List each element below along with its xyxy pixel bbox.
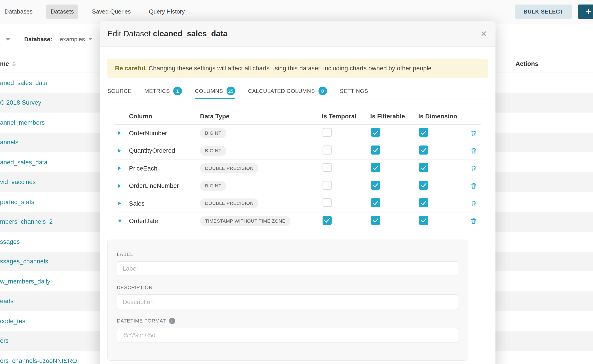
dataset-link[interactable]: C 2018 Survey <box>0 99 41 106</box>
tab-metrics[interactable]: METRICS1 <box>145 83 182 99</box>
delete-column-button[interactable] <box>465 147 481 154</box>
is-filterable-checkbox[interactable] <box>371 145 380 155</box>
is-dimension-checkbox[interactable] <box>419 216 428 225</box>
name-column-header[interactable]: me <box>0 60 16 67</box>
trash-icon <box>470 182 477 189</box>
delete-column-button[interactable] <box>465 130 481 137</box>
tab-count-badge: 0 <box>318 87 327 95</box>
caret-right-icon <box>118 149 121 153</box>
column-header: Column <box>129 113 200 120</box>
column-name: OrderNumber <box>129 130 200 137</box>
nav-tab-databases[interactable]: Databases <box>0 4 37 19</box>
data-type-pill: DOUBLE PRECISION <box>200 163 259 173</box>
bulk-select-button[interactable]: BULK SELECT <box>515 5 572 19</box>
dataset-link[interactable]: vid_vaccines <box>0 179 36 186</box>
delete-column-button[interactable] <box>465 217 481 225</box>
is-dimension-checkbox[interactable] <box>419 163 428 172</box>
screen: DatabasesDatasetsSaved QueriesQuery Hist… <box>0 0 593 364</box>
trash-icon <box>470 130 477 137</box>
dataset-link[interactable]: ssages_channels <box>0 258 48 265</box>
is-temporal-checkbox[interactable] <box>323 145 332 155</box>
dataset-link[interactable]: ers_channels-uzooNNtSRO <box>0 357 77 364</box>
is-filterable-checkbox[interactable] <box>371 216 380 225</box>
delete-column-button[interactable] <box>465 200 481 207</box>
caret-right-icon <box>118 184 121 188</box>
nav-tab-datasets[interactable]: Datasets <box>46 4 79 19</box>
data-type-header: Data Type <box>200 113 322 120</box>
is-dimension-checkbox[interactable] <box>419 145 428 155</box>
delete-column-button[interactable] <box>465 182 481 189</box>
expand-toggle[interactable] <box>114 160 129 177</box>
actions-column-header: Actions <box>515 60 538 67</box>
expand-toggle[interactable] <box>114 124 129 142</box>
modal-body: Be careful. Changing these settings will… <box>100 59 495 360</box>
nav-tab-saved-queries[interactable]: Saved Queries <box>87 4 135 19</box>
is-filterable-checkbox[interactable] <box>371 163 380 172</box>
tab-settings[interactable]: SETTINGS <box>340 83 368 99</box>
column-row: PriceEach DOUBLE PRECISION <box>114 160 481 177</box>
column-row: QuantityOrdered BIGINT <box>114 142 481 160</box>
dataset-link[interactable]: aned_sales_data <box>0 159 48 166</box>
data-type-pill: BIGINT <box>200 128 226 138</box>
dataset-link[interactable]: aned_sales_data <box>0 79 48 87</box>
name-column-header-label: me <box>0 60 9 67</box>
column-name: Sales <box>129 200 200 207</box>
warning-banner: Be careful. Changing these settings will… <box>107 59 488 78</box>
dataset-link[interactable]: w_members_daily <box>0 278 50 285</box>
is-dimension-checkbox[interactable] <box>419 198 428 207</box>
nav-tabs: DatabasesDatasetsSaved QueriesQuery Hist… <box>0 4 189 19</box>
chevron-down-icon[interactable] <box>5 38 10 41</box>
dataset-link[interactable]: mbers_channels_2 <box>0 218 53 225</box>
is-dimension-checkbox[interactable] <box>419 181 428 190</box>
delete-column-button[interactable] <box>465 165 481 172</box>
nav-tab-query-history[interactable]: Query History <box>145 4 189 19</box>
collapse-toggle[interactable] <box>114 212 129 230</box>
tab-calculated-columns[interactable]: CALCULATED COLUMNS0 <box>248 83 327 99</box>
expand-toggle[interactable] <box>114 142 129 159</box>
tab-label: METRICS <box>145 88 170 94</box>
dataset-link[interactable]: ssages <box>0 238 20 245</box>
expand-toggle[interactable] <box>114 195 129 212</box>
trash-icon <box>470 147 477 154</box>
modal-title-dataset-name: cleaned_sales_data <box>153 29 228 38</box>
is-temporal-checkbox[interactable] <box>323 198 332 207</box>
data-type-pill: BIGINT <box>200 181 226 191</box>
warning-banner-strong: Be careful. <box>115 65 147 72</box>
tab-columns[interactable]: COLUMNS25 <box>195 83 235 99</box>
expand-toggle[interactable] <box>114 177 129 195</box>
dataset-link[interactable]: annel_members <box>0 119 45 126</box>
datetime-format-label: DATETIME FORMAT <box>117 318 166 324</box>
tab-label: COLUMNS <box>195 88 223 94</box>
description-input[interactable] <box>117 294 458 309</box>
database-filter-select[interactable]: examples <box>60 36 92 42</box>
data-type-pill: DOUBLE PRECISION <box>200 198 259 208</box>
dataset-link[interactable]: ported_stats <box>0 198 34 205</box>
tab-source[interactable]: SOURCE <box>107 83 132 99</box>
tab-count-badge: 25 <box>227 87 235 95</box>
modal-tabs: SOURCEMETRICS1COLUMNS25CALCULATED COLUMN… <box>107 83 488 99</box>
is-temporal-checkbox[interactable] <box>323 128 332 137</box>
is-filterable-checkbox[interactable] <box>371 198 380 207</box>
is-temporal-checkbox[interactable] <box>323 216 332 225</box>
dataset-link[interactable]: annels <box>0 139 18 146</box>
add-dataset-button[interactable]: + <box>578 5 593 19</box>
is-dimension-checkbox[interactable] <box>419 128 428 137</box>
dataset-link[interactable]: code_test <box>0 317 27 325</box>
is-temporal-checkbox[interactable] <box>323 181 332 190</box>
column-editor-panel: LABEL DESCRIPTION DATETIME FORMAT i <box>107 240 468 360</box>
caret-right-icon <box>118 131 121 135</box>
column-name: PriceEach <box>129 165 200 172</box>
sort-icon <box>12 61 16 66</box>
is-temporal-checkbox[interactable] <box>323 163 332 172</box>
tab-label: SETTINGS <box>340 88 368 94</box>
dataset-link[interactable]: eads <box>0 298 13 305</box>
datetime-format-input[interactable] <box>117 327 458 342</box>
label-input[interactable] <box>117 261 458 276</box>
dataset-link[interactable]: ers <box>0 337 9 344</box>
is-filterable-checkbox[interactable] <box>371 181 380 190</box>
caret-right-icon <box>118 166 121 170</box>
is-filterable-checkbox[interactable] <box>371 128 380 137</box>
close-icon[interactable]: ✕ <box>481 30 487 38</box>
nav-actions: BULK SELECT + <box>515 5 593 19</box>
info-icon[interactable]: i <box>169 318 175 324</box>
